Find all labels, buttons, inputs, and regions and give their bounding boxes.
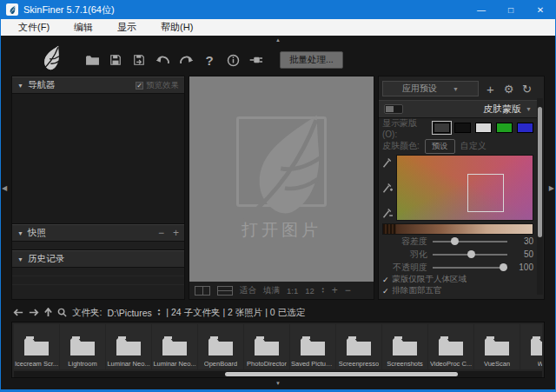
menu-file[interactable]: 文件(F) bbox=[6, 21, 62, 34]
mask-color-green-swatch[interactable] bbox=[496, 123, 513, 133]
skin-color-preset-button[interactable]: 预设 bbox=[425, 139, 455, 154]
navigator-header[interactable]: ▼ 导航器 ✓ 预览效果 bbox=[12, 76, 184, 94]
eyedropper-add-icon[interactable] bbox=[382, 182, 393, 194]
folder-item[interactable]: Luminar Neo... bbox=[152, 324, 197, 369]
folder-item[interactable]: Screenpresso bbox=[336, 324, 381, 369]
collapse-snapshot-icon[interactable]: ▼ bbox=[17, 230, 23, 236]
thumbnail-scrollbar[interactable] bbox=[14, 371, 542, 377]
tone-range-bar[interactable] bbox=[382, 223, 533, 235]
snapshot-add-button[interactable]: + bbox=[173, 227, 179, 239]
info-icon[interactable] bbox=[224, 51, 242, 69]
exclude-features-checkbox[interactable]: ✓ 排除面部五官 bbox=[382, 285, 533, 296]
folder-item[interactable]: Icecream Scr... bbox=[14, 324, 59, 369]
folder-item[interactable]: Win bbox=[520, 324, 542, 369]
redo-icon[interactable] bbox=[177, 51, 195, 69]
folder-item[interactable]: VueScan bbox=[474, 324, 520, 369]
limit-body-label: 蒙版仅限于人体区域 bbox=[393, 274, 467, 285]
close-button[interactable]: ✕ bbox=[526, 0, 555, 19]
folder-stepper-icon[interactable]: ▲▼ bbox=[157, 309, 161, 316]
mask-color-black-swatch[interactable] bbox=[454, 123, 471, 133]
history-header[interactable]: ▼ 历史记录 bbox=[12, 250, 184, 268]
zoom-in-button[interactable]: + bbox=[332, 284, 338, 296]
back-arrow-icon[interactable] bbox=[13, 309, 23, 316]
search-icon[interactable] bbox=[57, 308, 67, 317]
folder-item-label: OpenBoard bbox=[204, 360, 237, 368]
preset-settings-gear-icon[interactable]: ⚙ bbox=[502, 83, 515, 96]
skin-color-picker bbox=[382, 155, 533, 221]
mask-color-blue-swatch[interactable] bbox=[517, 123, 533, 133]
skin-mask-header[interactable]: 皮肤蒙版 ▼ bbox=[379, 100, 537, 118]
folder-icon bbox=[299, 335, 327, 357]
feather-slider[interactable] bbox=[433, 254, 507, 256]
zoom-out-button[interactable]: − bbox=[345, 284, 351, 296]
minimize-button[interactable]: — bbox=[467, 0, 496, 19]
folder-item-label: VueScan bbox=[484, 360, 510, 368]
save-as-icon[interactable] bbox=[130, 51, 148, 69]
save-icon[interactable] bbox=[107, 51, 124, 69]
plugin-icon[interactable] bbox=[248, 51, 265, 69]
collapse-navigator-icon[interactable]: ▼ bbox=[17, 83, 23, 89]
reset-icon[interactable]: ↻ bbox=[520, 83, 533, 96]
skin-mask-toggle[interactable] bbox=[384, 104, 403, 114]
tolerance-slider[interactable] bbox=[433, 241, 507, 243]
undo-icon[interactable] bbox=[154, 51, 171, 69]
snapshot-header[interactable]: ▼ 快照 − + bbox=[12, 224, 184, 242]
maximize-button[interactable]: □ bbox=[496, 0, 526, 19]
menu-view[interactable]: 显示 bbox=[105, 21, 149, 34]
folder-item[interactable]: OpenBoard bbox=[198, 324, 243, 369]
tone-dark-segment[interactable] bbox=[383, 224, 396, 234]
folder-path[interactable]: D:\Pictures bbox=[107, 308, 151, 318]
left-panel-collapse-icon[interactable]: ◀ bbox=[2, 184, 7, 192]
folder-item[interactable]: VideoProc C... bbox=[428, 324, 473, 369]
zoom-actual-button[interactable]: 1:1 bbox=[287, 286, 298, 296]
collapse-top-arrow-icon[interactable]: ▲ bbox=[11, 36, 545, 44]
collapse-bottom-arrow-icon[interactable]: ▼ bbox=[11, 378, 545, 389]
eyedropper-icon[interactable] bbox=[382, 156, 393, 169]
folder-item-label: Screenpresso bbox=[339, 360, 379, 368]
folder-item-label: Luminar Neo... bbox=[107, 360, 149, 368]
dropdown-arrow-icon: ▼ bbox=[453, 86, 459, 92]
title-bar[interactable]: SkinFiner 5.7.1(64位) — □ ✕ bbox=[1, 0, 555, 19]
limit-body-checkbox[interactable]: ✓ 蒙版仅限于人体区域 bbox=[382, 274, 533, 285]
folder-item[interactable]: Saved Pictures bbox=[290, 324, 335, 369]
add-preset-button[interactable]: + bbox=[484, 82, 497, 96]
snapshot-remove-button[interactable]: − bbox=[158, 227, 164, 239]
collapse-skin-mask-icon[interactable]: ▼ bbox=[526, 106, 532, 112]
skin-color-custom-button[interactable]: 自定义 bbox=[460, 140, 486, 152]
apply-preset-dropdown[interactable]: 应用预设 ▼ bbox=[382, 81, 479, 96]
menu-edit[interactable]: 编辑 bbox=[62, 21, 105, 34]
collapse-history-icon[interactable]: ▼ bbox=[17, 256, 23, 262]
zoom-fill-button[interactable]: 填满 bbox=[263, 285, 280, 296]
color-gradient-field[interactable] bbox=[396, 155, 533, 221]
opacity-slider[interactable] bbox=[433, 267, 507, 269]
right-panel-scrollbar[interactable] bbox=[537, 98, 543, 295]
folder-item[interactable]: Luminar Neo... bbox=[106, 324, 151, 369]
exclude-features-label: 排除面部五官 bbox=[393, 285, 442, 296]
tone-gradient-segment[interactable] bbox=[396, 224, 533, 234]
checkbox-check-icon: ✓ bbox=[382, 276, 389, 284]
folder-item[interactable]: Screenshots bbox=[382, 324, 427, 369]
zoom-value[interactable]: 12 bbox=[305, 286, 314, 296]
help-icon[interactable]: ? bbox=[201, 51, 218, 69]
up-folder-icon[interactable] bbox=[44, 308, 52, 317]
opacity-value: 100 bbox=[513, 262, 533, 272]
skinfiner-leaf-logo-icon bbox=[37, 44, 63, 76]
forward-arrow-icon[interactable] bbox=[29, 309, 39, 316]
preview-checkbox[interactable]: ✓ 预览效果 bbox=[136, 80, 179, 91]
checkbox-check-icon[interactable]: ✓ bbox=[136, 82, 143, 90]
menu-help[interactable]: 帮助(H) bbox=[149, 21, 205, 34]
split-view-horizontal-icon[interactable] bbox=[217, 286, 233, 296]
open-folder-icon[interactable] bbox=[83, 51, 101, 69]
folder-item[interactable]: Lightroom bbox=[60, 324, 105, 369]
color-selection-rect[interactable] bbox=[467, 174, 504, 212]
right-panel-collapse-icon[interactable]: ▶ bbox=[549, 184, 554, 192]
folder-item[interactable]: PhotoDirector bbox=[244, 324, 289, 369]
mask-color-none-swatch[interactable] bbox=[434, 123, 450, 133]
canvas-open-image-dropzone[interactable]: 打开图片 bbox=[189, 76, 374, 282]
zoom-fit-button[interactable]: 适合 bbox=[240, 285, 256, 296]
mask-color-white-swatch[interactable] bbox=[475, 123, 492, 133]
split-view-vertical-icon[interactable] bbox=[195, 286, 210, 296]
batch-process-button[interactable]: 批量处理... bbox=[280, 51, 343, 69]
eyedropper-remove-icon[interactable] bbox=[382, 207, 393, 219]
zoom-stepper-icon[interactable]: ▲▼ bbox=[321, 287, 325, 294]
